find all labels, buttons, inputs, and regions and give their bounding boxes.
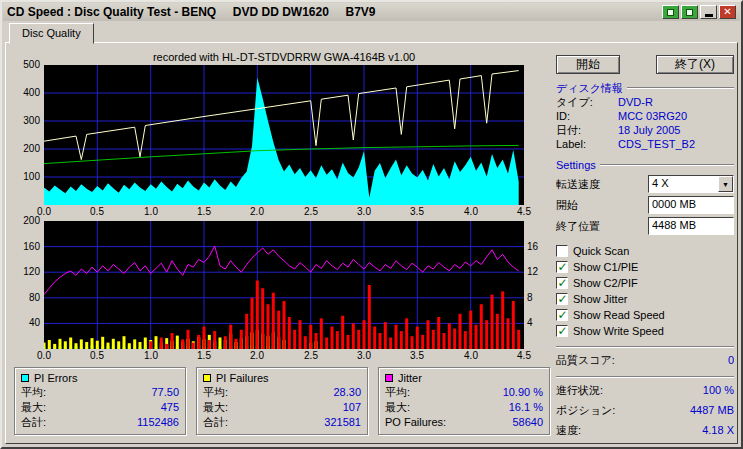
y-tick-label: 4	[527, 317, 533, 328]
checkbox-label: Show C2/PIF	[573, 277, 638, 289]
window-title: CD Speed : Disc Quality Test - BENQ DVD …	[7, 5, 662, 19]
speed-status-value: 4.18 X	[702, 423, 734, 438]
pi-errors-swatch-icon	[21, 374, 29, 382]
show-c1-pie-checkbox[interactable]: Show C1/PIE	[556, 259, 734, 274]
jitter-title: Jitter	[398, 372, 422, 384]
stat-value: 28.30	[333, 385, 361, 400]
disc-label-row: Label:CDS_TEST_B2	[556, 137, 734, 151]
tab-strip: Disc Quality	[3, 22, 740, 43]
stat-value: 77.50	[151, 385, 179, 400]
pi-failures-header: PI Failures	[203, 370, 361, 385]
jitter-box: Jitter 平均:10.90 % 最大:16.1 % PO Failures:…	[378, 367, 550, 435]
titlebar-icon-1[interactable]	[662, 5, 679, 19]
exit-button[interactable]: 終了(X)	[656, 55, 734, 74]
x-tick-label: 2.5	[304, 350, 318, 361]
bottom-chart-plot	[44, 221, 524, 349]
speed-row: 転送速度 4 X▼	[556, 175, 734, 193]
settings-title: Settings	[556, 159, 596, 171]
checkbox-icon	[556, 325, 568, 337]
window-glyph-icon	[686, 9, 693, 16]
field-label: 日付:	[556, 123, 618, 137]
close-icon: ✕	[723, 7, 731, 17]
top-chart-plot	[44, 65, 524, 205]
app-window: CD Speed : Disc Quality Test - BENQ DVD …	[0, 0, 743, 449]
start-button[interactable]: 開始	[556, 55, 620, 74]
checkbox-icon	[556, 245, 568, 257]
stat-value: 475	[161, 400, 179, 415]
field-label: タイプ:	[556, 95, 618, 109]
stats-row: PI Errors 平均:77.50 最大:475 合計:1152486 PI …	[14, 367, 550, 435]
control-panel: 開始 終了(X) ディスク情報 タイプ:DVD-R ID:MCC 03RG20 …	[556, 55, 734, 438]
checkbox-label: Show Read Speed	[573, 309, 665, 321]
x-tick-label: 3.5	[410, 206, 424, 217]
show-c2-pif-checkbox[interactable]: Show C2/PIF	[556, 275, 734, 290]
x-tick-label: 2.0	[250, 206, 264, 217]
x-tick-label: 2.0	[250, 350, 264, 361]
bottom-chart-x-axis: 0.00.51.01.52.02.53.03.54.04.5	[44, 349, 524, 363]
stat-label: 合計:	[21, 415, 46, 430]
x-tick-label: 3.5	[410, 350, 424, 361]
position-value: 4487 MB	[690, 403, 734, 418]
disc-type-row: タイプ:DVD-R	[556, 95, 734, 109]
y-tick-label: 200	[23, 143, 40, 154]
bottom-chart-y-axis: 2001601208040	[14, 221, 44, 349]
field-value: MCC 03RG20	[618, 109, 687, 123]
speed-status-row: 速度:4.18 X	[556, 423, 734, 438]
window-glyph-icon	[667, 9, 674, 16]
checkbox-label: Show Write Speed	[573, 325, 664, 337]
progress-row: 進行状況:100 %	[556, 383, 734, 398]
start-position-input[interactable]: 0000 MB	[648, 196, 734, 214]
close-button[interactable]: ✕	[719, 5, 736, 19]
x-tick-label: 0.0	[37, 350, 51, 361]
y-tick-label: 160	[23, 241, 40, 252]
minimize-button[interactable]	[700, 5, 717, 19]
stat-row: 平均:10.90 %	[385, 385, 543, 400]
disc-date-row: 日付:18 July 2005	[556, 123, 734, 137]
field-value: DVD-R	[618, 95, 653, 109]
stat-value: 107	[343, 400, 361, 415]
divider	[627, 87, 734, 89]
chevron-down-icon[interactable]: ▼	[718, 176, 733, 192]
start-position-label: 開始	[556, 198, 578, 213]
y-tick-label: 16	[527, 241, 538, 252]
stat-value: 10.90 %	[503, 385, 543, 400]
y-tick-label: 100	[23, 171, 40, 182]
speed-select[interactable]: 4 X▼	[648, 175, 734, 193]
y-tick-label: 40	[29, 317, 40, 328]
show-read-speed-checkbox[interactable]: Show Read Speed	[556, 307, 734, 322]
jitter-header: Jitter	[385, 370, 543, 385]
stat-label: PO Failures:	[385, 415, 446, 430]
titlebar: CD Speed : Disc Quality Test - BENQ DVD …	[3, 3, 740, 21]
progress-value: 100 %	[703, 383, 734, 398]
show-jitter-checkbox[interactable]: Show Jitter	[556, 291, 734, 306]
x-tick-label: 0.5	[90, 350, 104, 361]
field-value: 18 July 2005	[618, 123, 680, 137]
quick-scan-checkbox[interactable]: Quick Scan	[556, 243, 734, 258]
titlebar-icon-2[interactable]	[681, 5, 698, 19]
bottom-chart: 2001601208040 161284 0.00.51.01.52.02.53…	[14, 221, 550, 363]
divider	[556, 346, 734, 348]
tab-disc-quality[interactable]: Disc Quality	[9, 23, 94, 44]
stat-label: 最大:	[385, 400, 410, 415]
button-row: 開始 終了(X)	[556, 55, 734, 74]
checkbox-icon	[556, 293, 568, 305]
x-tick-label: 3.0	[357, 206, 371, 217]
stat-label: 平均:	[203, 385, 228, 400]
stat-row: 合計:1152486	[21, 415, 179, 430]
x-tick-label: 1.0	[144, 206, 158, 217]
top-chart-x-axis: 0.00.51.01.52.02.53.03.54.04.5	[44, 205, 524, 219]
disc-info-section-header: ディスク情報	[556, 81, 734, 95]
x-tick-label: 1.5	[197, 350, 211, 361]
end-position-input[interactable]: 4488 MB	[648, 217, 734, 235]
disc-id-row: ID:MCC 03RG20	[556, 109, 734, 123]
disc-info-title: ディスク情報	[556, 81, 623, 96]
stat-label: 平均:	[385, 385, 410, 400]
show-write-speed-checkbox[interactable]: Show Write Speed	[556, 323, 734, 338]
x-tick-label: 4.5	[517, 350, 531, 361]
x-tick-label: 4.0	[464, 350, 478, 361]
checkbox-icon	[556, 261, 568, 273]
pi-errors-header: PI Errors	[21, 370, 179, 385]
x-tick-label: 4.0	[464, 206, 478, 217]
x-tick-label: 4.5	[517, 206, 531, 217]
jitter-swatch-icon	[385, 374, 393, 382]
